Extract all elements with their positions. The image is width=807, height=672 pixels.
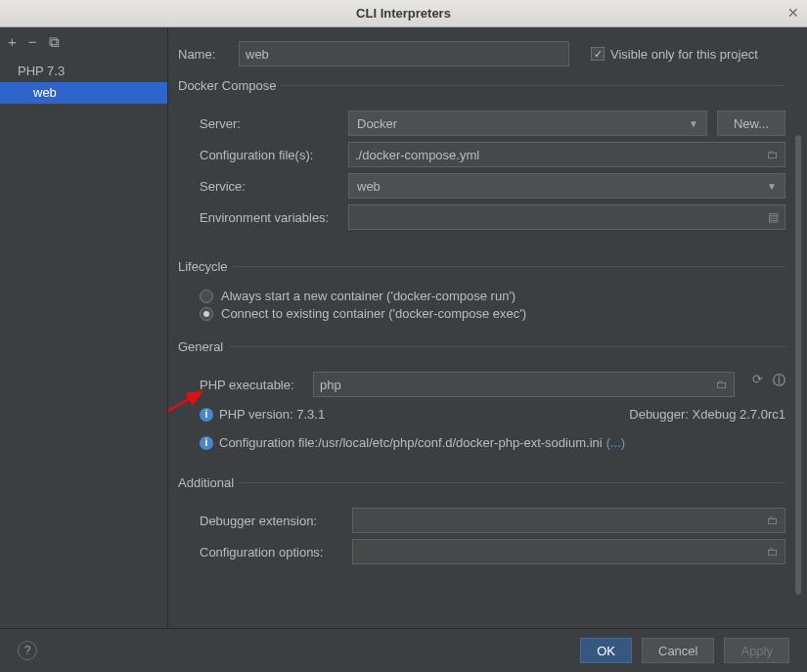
folder-icon[interactable]: 🗀 xyxy=(767,148,779,161)
php-exec-field[interactable]: php 🗀 xyxy=(313,372,735,397)
new-server-button[interactable]: New... xyxy=(717,111,785,136)
chevron-down-icon: ▼ xyxy=(767,181,777,192)
radio-unchecked-icon xyxy=(200,290,213,303)
folder-icon[interactable]: 🗀 xyxy=(716,378,728,391)
service-value: web xyxy=(357,179,381,194)
titlebar: CLI Interpreters ✕ xyxy=(0,0,807,27)
lifecycle-exec-label: Connect to existing container ('docker-c… xyxy=(221,306,526,321)
config-options-label: Configuration options: xyxy=(200,545,352,560)
additional-group: Additional Debugger extension: 🗀 Configu… xyxy=(178,475,785,570)
debugger-ext-label: Debugger extension: xyxy=(200,514,352,528)
add-icon[interactable]: + xyxy=(8,33,17,51)
lifecycle-legend: Lifecycle xyxy=(178,259,234,274)
interpreter-tree: PHP 7.3 web xyxy=(0,59,167,104)
sidebar: + − ⧉ PHP 7.3 web xyxy=(0,27,168,628)
folder-icon[interactable]: 🗀 xyxy=(767,514,779,527)
info-badge-icon: i xyxy=(200,408,213,422)
folder-icon[interactable]: 🗀 xyxy=(767,545,779,559)
list-icon[interactable]: ▤ xyxy=(768,210,779,224)
config-file-label: Configuration file: xyxy=(219,435,318,450)
server-value: Docker xyxy=(357,116,397,131)
php-exec-value: php xyxy=(320,378,341,392)
tree-item-php73[interactable]: PHP 7.3 xyxy=(0,61,167,82)
tree-item-web[interactable]: web xyxy=(0,82,167,104)
server-dropdown[interactable]: Docker ▼ xyxy=(348,111,707,136)
config-files-label: Configuration file(s): xyxy=(200,148,348,162)
config-file-value: /usr/local/etc/php/conf.d/docker-php-ext… xyxy=(318,435,602,450)
config-files-value: ./docker-compose.yml xyxy=(355,148,479,162)
info-icon[interactable]: ⓘ xyxy=(773,372,785,397)
cancel-button[interactable]: Cancel xyxy=(642,638,714,663)
lifecycle-option-exec[interactable]: Connect to existing container ('docker-c… xyxy=(200,306,785,321)
general-legend: General xyxy=(178,339,229,354)
config-options-field[interactable]: 🗀 xyxy=(352,539,785,564)
server-label: Server: xyxy=(200,116,348,131)
scrollbar[interactable] xyxy=(795,135,801,595)
copy-icon[interactable]: ⧉ xyxy=(49,33,60,51)
config-file-more-link[interactable]: (...) xyxy=(606,435,626,450)
dialog-footer: ? OK Cancel Apply xyxy=(0,628,807,672)
help-icon[interactable]: ? xyxy=(18,641,37,660)
php-exec-label: PHP executable: xyxy=(200,378,313,392)
env-vars-label: Environment variables: xyxy=(200,210,348,225)
lifecycle-group: Lifecycle Always start a new container (… xyxy=(178,259,785,324)
lifecycle-run-label: Always start a new container ('docker-co… xyxy=(221,289,516,303)
chevron-down-icon: ▼ xyxy=(689,118,698,129)
debugger-version-label: Debugger: Xdebug 2.7.0rc1 xyxy=(629,407,785,422)
sidebar-toolbar: + − ⧉ xyxy=(0,27,167,59)
content-panel: Name: ✓ Visible only for this project Do… xyxy=(168,27,807,628)
remove-icon[interactable]: − xyxy=(28,33,37,51)
service-label: Service: xyxy=(200,179,348,194)
additional-legend: Additional xyxy=(178,475,240,490)
general-group: General PHP executable: php 🗀 ⟳ ⓘ xyxy=(178,339,785,450)
docker-compose-group: Docker Compose Server: Docker ▼ New... C… xyxy=(178,78,785,236)
info-badge-icon: i xyxy=(200,436,213,450)
env-vars-field[interactable]: ▤ xyxy=(348,204,785,230)
config-files-field[interactable]: ./docker-compose.yml 🗀 xyxy=(348,142,785,167)
name-input[interactable] xyxy=(239,41,569,67)
debugger-ext-field[interactable]: 🗀 xyxy=(352,508,785,533)
close-icon[interactable]: ✕ xyxy=(787,5,799,21)
php-version-label: PHP version: 7.3.1 xyxy=(219,407,325,422)
visible-only-label: Visible only for this project xyxy=(610,47,758,62)
window-title: CLI Interpreters xyxy=(356,6,451,21)
visible-only-checkbox[interactable]: ✓ xyxy=(591,47,605,61)
name-label: Name: xyxy=(178,47,229,62)
radio-checked-icon xyxy=(200,307,213,321)
reload-icon[interactable]: ⟳ xyxy=(752,372,763,397)
service-dropdown[interactable]: web ▼ xyxy=(348,173,785,199)
ok-button[interactable]: OK xyxy=(580,638,632,663)
apply-button[interactable]: Apply xyxy=(724,638,789,663)
lifecycle-option-run[interactable]: Always start a new container ('docker-co… xyxy=(200,289,785,303)
docker-compose-legend: Docker Compose xyxy=(178,78,282,93)
